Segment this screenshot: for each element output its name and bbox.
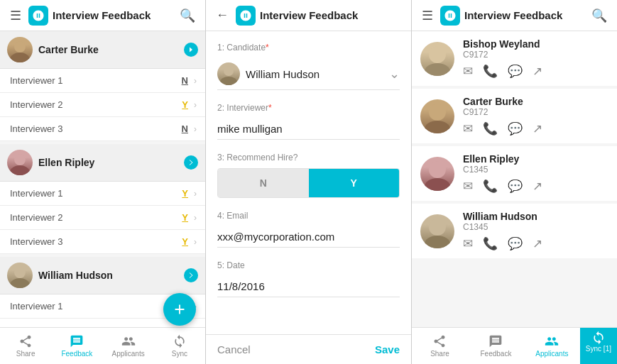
add-icon bbox=[172, 302, 187, 317]
chevron-icon: › bbox=[194, 189, 197, 199]
interviewer-label-carter-1: Interviewer 1 bbox=[10, 75, 182, 86]
sync-icon bbox=[173, 334, 187, 348]
email-input[interactable] bbox=[217, 226, 400, 248]
nav-item-share-right[interactable]: Share bbox=[412, 328, 468, 364]
candidate-name-carter: Carter Burke bbox=[38, 44, 180, 55]
share-ext-icon[interactable]: ↗ bbox=[533, 236, 542, 251]
svg-point-0 bbox=[14, 41, 26, 53]
nav-item-sync-left[interactable]: Sync bbox=[154, 328, 205, 364]
fab-button[interactable] bbox=[163, 293, 196, 326]
toggle-n-button[interactable]: N bbox=[218, 169, 309, 197]
toggle-y-button[interactable]: Y bbox=[309, 169, 400, 197]
search-button[interactable]: 🔍 bbox=[177, 5, 198, 26]
email-icon[interactable]: ✉ bbox=[463, 121, 473, 136]
chevron-icon: › bbox=[194, 124, 197, 134]
recommend-toggle: N Y bbox=[217, 168, 400, 198]
svg-point-9 bbox=[425, 63, 450, 76]
candidate-arrow-ellen[interactable] bbox=[184, 155, 198, 170]
avatar-carter-right bbox=[420, 99, 454, 133]
chat-icon[interactable]: 💬 bbox=[508, 64, 523, 79]
nav-item-share-left[interactable]: Share bbox=[0, 328, 51, 364]
phone-icon[interactable]: 📞 bbox=[483, 179, 498, 194]
contact-list: Bishop Weyland C9172 ✉ 📞 💬 ↗ Carter Burk… bbox=[412, 31, 617, 327]
nav-item-feedback-right[interactable]: Feedback bbox=[468, 328, 524, 364]
nav-item-applicants-left[interactable]: Applicants bbox=[103, 328, 154, 364]
chevron-icon: › bbox=[194, 213, 197, 223]
candidate-select[interactable]: William Hudson ⌄ bbox=[217, 58, 400, 90]
svg-point-11 bbox=[425, 121, 450, 133]
interviewer-row-ellen-3[interactable]: Interviewer 3 Y › bbox=[0, 230, 205, 254]
svg-point-2 bbox=[14, 154, 26, 165]
nav-label-applicants-left: Applicants bbox=[112, 350, 145, 358]
search-icon: 🔍 bbox=[180, 8, 195, 23]
phone-icon[interactable]: 📞 bbox=[483, 236, 498, 251]
interviewer-row-ellen-1[interactable]: Interviewer 1 Y › bbox=[0, 182, 205, 206]
back-button[interactable]: ← bbox=[213, 5, 231, 26]
candidate-section-carter: Carter Burke Interviewer 1 N › Interview… bbox=[0, 31, 205, 141]
phone-icon[interactable]: 📞 bbox=[483, 121, 498, 136]
share-icon-right bbox=[432, 334, 447, 348]
nav-label-feedback-right: Feedback bbox=[480, 350, 511, 358]
contact-id-william-right: C1345 bbox=[463, 222, 608, 232]
candidate-name-ellen: Ellen Ripley bbox=[38, 157, 180, 168]
interviewer-row-carter-2[interactable]: Interviewer 2 Y › bbox=[0, 93, 205, 117]
cancel-button[interactable]: Cancel bbox=[217, 343, 251, 355]
avatar-william-right bbox=[420, 214, 454, 248]
contact-actions-bishop: ✉ 📞 💬 ↗ bbox=[463, 64, 608, 79]
email-icon[interactable]: ✉ bbox=[463, 179, 473, 194]
candidate-arrow-william[interactable] bbox=[184, 268, 198, 282]
interviewer-value-carter-1: N bbox=[182, 75, 188, 86]
svg-point-10 bbox=[429, 104, 446, 121]
contact-item-bishop: Bishop Weyland C9172 ✉ 📞 💬 ↗ bbox=[412, 31, 617, 86]
nav-item-applicants-right[interactable]: Applicants bbox=[524, 328, 580, 364]
interviewer-input[interactable] bbox=[217, 118, 400, 140]
interviewer-row-carter-1[interactable]: Interviewer 1 N › bbox=[0, 69, 205, 93]
svg-point-4 bbox=[14, 267, 26, 278]
label-recommend: 3: Recommend Hire? bbox=[217, 153, 400, 162]
save-button[interactable]: Save bbox=[375, 343, 400, 355]
email-icon[interactable]: ✉ bbox=[463, 236, 473, 251]
share-ext-icon[interactable]: ↗ bbox=[533, 64, 542, 79]
contact-id-bishop: C9172 bbox=[463, 50, 608, 60]
left-panel: ☰ Interview Feedback 🔍 Carter Burke bbox=[0, 0, 206, 364]
svg-point-5 bbox=[10, 278, 30, 288]
left-top-bar: ☰ Interview Feedback 🔍 bbox=[0, 0, 205, 31]
interviewer-row-carter-3[interactable]: Interviewer 3 N › bbox=[0, 117, 205, 141]
dropdown-arrow-icon: ⌄ bbox=[389, 66, 400, 82]
app-icon-right bbox=[440, 6, 460, 26]
svg-point-1 bbox=[10, 53, 30, 62]
contact-item-ellen-right: Ellen Ripley C1345 ✉ 📞 💬 ↗ bbox=[412, 146, 617, 201]
middle-panel: ← Interview Feedback 1: Candidate* Willi… bbox=[206, 0, 412, 364]
sync-icon-right bbox=[591, 331, 606, 345]
share-ext-icon[interactable]: ↗ bbox=[533, 121, 542, 136]
chat-icon[interactable]: 💬 bbox=[508, 179, 523, 194]
nav-item-sync-right[interactable]: Sync [1] bbox=[580, 328, 617, 364]
contact-info-william-right: William Hudson C1345 ✉ 📞 💬 ↗ bbox=[463, 211, 608, 251]
contact-name-william-right: William Hudson bbox=[463, 211, 608, 222]
candidate-header-carter: Carter Burke bbox=[0, 31, 205, 69]
interviewer-value-carter-2: Y bbox=[182, 99, 188, 110]
contact-info-carter: Carter Burke C9172 ✉ 📞 💬 ↗ bbox=[463, 96, 608, 136]
interviewer-value-ellen-2: Y bbox=[182, 212, 188, 223]
share-ext-icon[interactable]: ↗ bbox=[533, 179, 542, 194]
field-email: 4: Email bbox=[217, 211, 400, 248]
chat-icon[interactable]: 💬 bbox=[508, 121, 523, 136]
right-search-button[interactable]: 🔍 bbox=[589, 5, 610, 26]
left-scroll-area: Carter Burke Interviewer 1 N › Interview… bbox=[0, 31, 205, 327]
email-icon[interactable]: ✉ bbox=[463, 64, 473, 79]
nav-item-feedback-left[interactable]: Feedback bbox=[51, 328, 102, 364]
interviewer-row-ellen-2[interactable]: Interviewer 2 Y › bbox=[0, 206, 205, 230]
contact-info-ellen-right: Ellen Ripley C1345 ✉ 📞 💬 ↗ bbox=[463, 153, 608, 194]
candidate-header-william: William Hudson bbox=[0, 257, 205, 294]
avatar-bishop bbox=[420, 42, 454, 76]
candidate-arrow-carter[interactable] bbox=[184, 43, 198, 57]
phone-icon[interactable]: 📞 bbox=[483, 64, 498, 79]
hamburger-button[interactable]: ☰ bbox=[7, 5, 24, 26]
applicants-icon bbox=[121, 334, 136, 348]
chevron-icon: › bbox=[194, 100, 197, 110]
date-value[interactable]: 11/8/2016 bbox=[217, 276, 400, 297]
chat-icon[interactable]: 💬 bbox=[508, 236, 523, 251]
right-hamburger-button[interactable]: ☰ bbox=[419, 5, 436, 26]
interviewer-label-ellen-3: Interviewer 3 bbox=[10, 236, 182, 247]
interviewer-value-ellen-1: Y bbox=[182, 188, 188, 199]
